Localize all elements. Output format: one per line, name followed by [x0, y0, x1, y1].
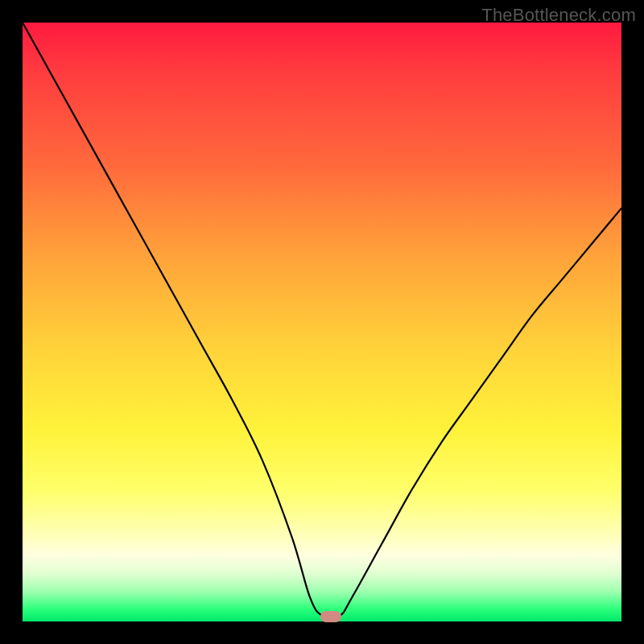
- optimum-marker: [320, 611, 341, 622]
- curve-path: [23, 23, 621, 617]
- bottleneck-curve: [23, 23, 621, 621]
- watermark-text: TheBottleneck.com: [481, 5, 636, 26]
- chart-plot-area: [23, 23, 621, 621]
